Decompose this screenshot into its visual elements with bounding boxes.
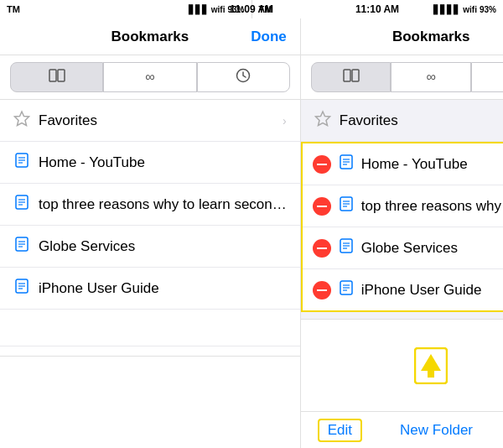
svg-marker-23 <box>315 112 329 126</box>
right-book-icon-3 <box>338 237 355 258</box>
right-edit-item-2[interactable]: top three reasons why t… › ≡ <box>303 185 503 227</box>
left-bookmark-label-2: top three reasons why to learn secon… <box>39 196 287 213</box>
main-layout: Bookmarks Done ∞ <box>0 18 503 448</box>
arrow-up-icon <box>414 347 448 384</box>
left-carrier: TM <box>7 4 20 14</box>
right-book-icon-2 <box>338 195 355 216</box>
left-book-icon-1 <box>13 152 30 173</box>
left-segment-control: ∞ <box>0 55 300 100</box>
left-wifi-icon: wifi <box>211 5 226 14</box>
right-edit-section: Home - YouTube › ≡ top three reasons why… <box>301 142 503 312</box>
svg-rect-0 <box>49 70 56 81</box>
left-signal-icon: ▋▋▋ <box>189 5 209 14</box>
right-favorites-star <box>314 110 331 131</box>
right-panel: Bookmarks ∞ <box>301 18 503 448</box>
svg-rect-20 <box>344 70 350 81</box>
right-edit-item-3[interactable]: Globe Services ≡ <box>303 227 503 269</box>
right-reading-icon: ∞ <box>427 70 436 85</box>
left-segment-reading[interactable]: ∞ <box>103 62 196 92</box>
right-bookmark-list: Favorites Home - YouTube › ≡ <box>301 100 503 319</box>
left-favorites-chevron: › <box>283 114 287 128</box>
delete-button-4[interactable] <box>313 281 331 300</box>
right-book-icon-4 <box>338 279 355 300</box>
svg-rect-21 <box>352 70 359 81</box>
empty-row-2 <box>0 346 300 356</box>
right-edit-item-1[interactable]: Home - YouTube › ≡ <box>303 143 503 185</box>
left-bookmark-label-1: Home - YouTube <box>39 154 287 171</box>
right-book-icon-1 <box>338 154 355 175</box>
right-segment-reading[interactable]: ∞ <box>391 62 471 92</box>
svg-rect-42 <box>428 371 434 378</box>
svg-marker-3 <box>15 112 29 126</box>
left-book-icon-2 <box>13 194 30 215</box>
right-battery: 93% <box>480 5 496 14</box>
right-panel-title: Bookmarks <box>392 29 470 45</box>
left-bookmark-item-3[interactable]: Globe Services <box>0 226 300 268</box>
bookmarks-icon <box>49 69 65 86</box>
left-bookmark-label-4: iPhone User Guide <box>39 280 287 297</box>
left-arrows-area <box>0 356 300 448</box>
edit-button[interactable]: Edit <box>318 419 362 442</box>
right-bottom-toolbar: Edit New Folder Done <box>301 411 503 448</box>
right-edit-label-1: Home - YouTube <box>361 156 503 173</box>
right-segment-control: ∞ <box>301 55 503 100</box>
right-segment-history[interactable] <box>471 62 503 92</box>
left-panel: Bookmarks Done ∞ <box>0 18 301 448</box>
left-panel-header: Bookmarks Done <box>0 18 300 55</box>
right-panel-header: Bookmarks <box>301 18 503 55</box>
delete-button-1[interactable] <box>313 155 331 174</box>
left-bookmark-item-2[interactable]: top three reasons why to learn secon… <box>0 184 300 226</box>
right-battery-area: ▋▋▋▋ wifi 93% <box>433 5 496 14</box>
right-favorites-row[interactable]: Favorites <box>301 100 503 142</box>
right-favorites-label: Favorites <box>340 112 503 129</box>
right-edit-label-3: Globe Services <box>361 240 503 257</box>
left-favorites-row[interactable]: Favorites › <box>0 100 300 142</box>
status-bars: TM 11:09 AM ▋▋▋ wifi 93% TM 11:10 AM ▋▋▋… <box>0 0 503 18</box>
right-edit-label-2: top three reasons why t… <box>361 198 503 215</box>
left-bookmark-label-3: Globe Services <box>39 238 287 255</box>
new-folder-button[interactable]: New Folder <box>400 422 473 439</box>
right-status-bar: TM 11:10 AM ▋▋▋▋ wifi 93% <box>252 0 504 18</box>
left-status-bar: TM 11:09 AM ▋▋▋ wifi 93% <box>0 0 252 18</box>
right-edit-label-4: iPhone User Guide <box>361 282 503 299</box>
right-segment-bookmarks[interactable] <box>311 62 392 92</box>
svg-marker-41 <box>421 354 441 371</box>
delete-button-2[interactable] <box>313 197 331 216</box>
history-icon <box>236 68 251 86</box>
left-time: 11:09 AM <box>230 3 273 15</box>
reading-list-icon: ∞ <box>145 70 154 85</box>
svg-rect-1 <box>58 70 65 81</box>
favorites-star-icon <box>13 110 30 131</box>
left-segment-history[interactable] <box>197 62 290 92</box>
left-bookmark-item-4[interactable]: iPhone User Guide <box>0 268 300 310</box>
left-bookmark-item-1[interactable]: Home - YouTube <box>0 142 300 184</box>
left-done-button[interactable]: Done <box>251 29 287 45</box>
right-wifi-icon: wifi <box>463 5 477 14</box>
right-time: 11:10 AM <box>355 3 399 15</box>
left-bookmark-list: Favorites › Home - YouTube top three rea… <box>0 100 300 356</box>
left-panel-title: Bookmarks <box>111 29 189 45</box>
right-arrows-area <box>301 319 503 411</box>
left-favorites-label: Favorites <box>39 112 274 129</box>
empty-row-1 <box>0 310 300 346</box>
right-bookmarks-icon <box>343 69 360 86</box>
delete-button-3[interactable] <box>313 239 331 258</box>
right-edit-item-4[interactable]: iPhone User Guide ≡ <box>303 269 503 310</box>
right-signal-icon: ▋▋▋▋ <box>433 5 460 14</box>
left-segment-bookmarks[interactable] <box>10 62 103 92</box>
left-book-icon-3 <box>13 236 30 257</box>
left-book-icon-4 <box>13 278 30 299</box>
